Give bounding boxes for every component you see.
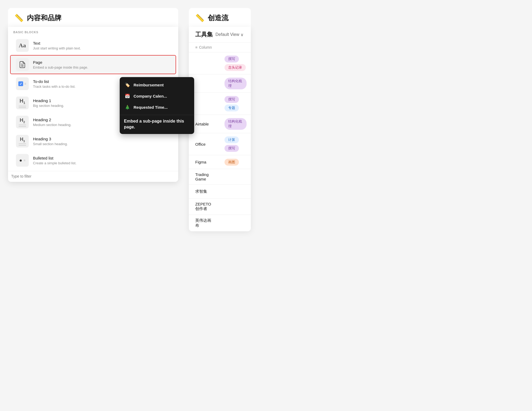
- block-item-page[interactable]: Page Embed a sub-page inside this page.: [10, 55, 176, 74]
- cell-name: Office: [189, 139, 220, 150]
- cell-name: 求智集: [189, 186, 220, 197]
- tag: 念头记录: [225, 64, 246, 71]
- cell-tags: 结构化梳理: [220, 74, 251, 93]
- right-panel-header: 📏 创造流: [189, 8, 251, 27]
- default-view-button[interactable]: Default View ∨: [215, 32, 244, 37]
- tooltip-item-icon-0: 🏷️: [124, 81, 131, 88]
- table-row: Office 计算撰写: [189, 133, 251, 155]
- block-item-h3[interactable]: H3 Heading 3 Small section heading.: [10, 132, 176, 151]
- cell-tags: 画图: [220, 156, 251, 169]
- tooltip-item-label-1: Company Calen...: [134, 94, 167, 98]
- right-panel: 📏 创造流 工具集 Default View ∨ ≡ Column 撰写念头记录…: [189, 8, 251, 231]
- text-icon: Aa: [16, 39, 29, 52]
- tag: 结构化梳理: [225, 118, 247, 130]
- filter-input[interactable]: [11, 174, 175, 178]
- h3-text: Heading 3 Small section heading.: [33, 137, 68, 146]
- table-row: 英伟达画布: [189, 215, 251, 231]
- filter-input-wrap: [8, 171, 178, 180]
- bullet-text: Bulleted list Create a simple bulleted l…: [33, 156, 76, 165]
- tag: 计算: [225, 136, 239, 143]
- tooltip-item-label-0: Reimbursement: [134, 83, 164, 87]
- block-item-bullet[interactable]: ●≡ Bulleted list Create a simple bullete…: [10, 151, 176, 170]
- todo-desc: Track tasks with a to-do list.: [33, 85, 76, 89]
- tag: 专题: [225, 104, 239, 111]
- tooltip-desc: Embed a sub-page inside this page.: [120, 115, 194, 134]
- bullet-desc: Create a simple bulleted list.: [33, 161, 76, 165]
- chevron-down-icon: ∨: [240, 32, 244, 37]
- table-row: Trading Game: [189, 169, 251, 185]
- todo-text: To-do list Track tasks with a to-do list…: [33, 79, 76, 89]
- ruler-icon: 📏: [14, 14, 24, 22]
- cell-tags: 撰写念头记录: [220, 52, 251, 74]
- left-panel-header: 📏 内容和品牌: [8, 8, 178, 27]
- h1-desc: Big section heading.: [33, 104, 64, 108]
- cell-name: Figma: [189, 157, 220, 167]
- tag: 结构化梳理: [225, 78, 247, 89]
- bullet-icon: ●≡: [16, 154, 29, 167]
- cell-name: ZEPETO创作者: [189, 199, 220, 215]
- cell-tags: 结构化梳理: [220, 115, 251, 133]
- h3-icon: H3: [16, 135, 29, 148]
- cell-name: 英伟达画布: [189, 215, 220, 231]
- tag: 撰写: [225, 96, 239, 103]
- right-panel-title: 创造流: [208, 13, 228, 23]
- left-panel-title: 内容和品牌: [27, 13, 61, 23]
- page-name: Page: [33, 60, 88, 65]
- table-row: Figma 画图: [189, 155, 251, 169]
- h2-text: Heading 2 Medium section heading.: [33, 118, 72, 127]
- block-item-text[interactable]: Aa Text Just start writing with plain te…: [10, 36, 176, 55]
- page-icon: [16, 58, 29, 71]
- cell-tags: [220, 188, 251, 195]
- table-body: 撰写念头记录 结构化梳理 撰写专题 Airtable 结构化梳理 Office …: [189, 52, 251, 231]
- page-desc: Embed a sub-page inside this page.: [33, 65, 88, 69]
- tooltip-item-icon-1: 📅: [124, 93, 131, 99]
- tooltip-item-icon-2: 🎄: [124, 104, 131, 111]
- right-content: 工具集 Default View ∨ ≡ Column 撰写念头记录 结构化梳理…: [189, 27, 251, 231]
- h2-desc: Medium section heading.: [33, 123, 72, 127]
- todo-icon: ✓≡: [16, 77, 29, 90]
- view-header: 工具集 Default View ∨: [189, 27, 251, 43]
- h3-desc: Small section heading.: [33, 142, 68, 146]
- cell-tags: 撰写专题: [220, 93, 251, 115]
- tooltip-item-2[interactable]: 🎄 Requested Time...: [120, 102, 194, 113]
- table-row: ZEPETO创作者: [189, 199, 251, 215]
- cell-tags: [220, 174, 251, 180]
- h2-name: Heading 2: [33, 118, 72, 122]
- right-ruler-icon: 📏: [195, 14, 205, 22]
- tag: 撰写: [225, 145, 239, 152]
- h1-text: Heading 1 Big section heading.: [33, 98, 64, 108]
- text-text: Text Just start writing with plain text.: [33, 41, 81, 50]
- column-label: ≡ Column: [189, 43, 251, 52]
- tag: 画图: [225, 159, 239, 166]
- tooltip-popup: 🏷️ Reimbursement 📅 Company Calen... 🎄 Re…: [120, 77, 194, 134]
- table-row: Airtable 结构化梳理: [189, 115, 251, 133]
- cell-name: [189, 60, 220, 66]
- cell-tags: [220, 203, 251, 210]
- h3-name: Heading 3: [33, 137, 68, 141]
- list-icon: ≡: [195, 45, 197, 49]
- table-row: 结构化梳理: [189, 74, 251, 93]
- section-label: BASIC BLOCKS: [8, 27, 178, 36]
- todo-name: To-do list: [33, 79, 76, 84]
- cell-tags: [220, 220, 251, 226]
- h1-name: Heading 1: [33, 98, 64, 103]
- table-row: 撰写专题: [189, 93, 251, 115]
- tooltip-item-label-2: Requested Time...: [134, 105, 168, 110]
- bullet-name: Bulleted list: [33, 156, 76, 160]
- table-row: 求智集: [189, 185, 251, 199]
- tooltip-item-1[interactable]: 📅 Company Calen...: [120, 90, 194, 102]
- h1-icon: H1: [16, 97, 29, 109]
- tag: 撰写: [225, 56, 239, 62]
- text-desc: Just start writing with plain text.: [33, 46, 81, 50]
- table-row: 撰写念头记录: [189, 52, 251, 74]
- h2-icon: H2: [16, 116, 29, 128]
- view-label: 工具集: [195, 31, 213, 39]
- cell-name: Trading Game: [189, 169, 220, 184]
- page-text: Page Embed a sub-page inside this page.: [33, 60, 88, 69]
- tooltip-item-0[interactable]: 🏷️ Reimbursement: [120, 79, 194, 90]
- cell-tags: 计算撰写: [220, 133, 251, 155]
- text-name: Text: [33, 41, 81, 45]
